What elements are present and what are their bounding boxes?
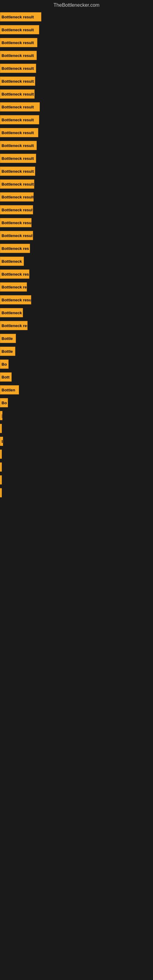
bar-label-26: Bottle (2, 336, 13, 341)
bar-label-3: Bottleneck result (2, 40, 33, 45)
bar-21: Bottleneck res (0, 269, 29, 279)
bar-35: | (0, 450, 2, 459)
bar-label-10: Bottleneck result (2, 130, 33, 135)
bar-row-20: Bottleneck (0, 255, 153, 268)
bar-38 (0, 488, 2, 497)
bar-row-19: Bottleneck res (0, 242, 153, 255)
bar-32: | (0, 411, 2, 420)
bar-19: Bottleneck res (0, 244, 30, 253)
bar-14: Bottleneck result (0, 180, 34, 189)
bar-row-37 (0, 474, 153, 486)
bars-container: Bottleneck resultBottleneck resultBottle… (0, 10, 153, 499)
bar-row-36 (0, 461, 153, 474)
bar-row-22: Bottleneck re (0, 280, 153, 293)
bar-row-38 (0, 486, 153, 499)
bar-label-27: Bottle (2, 349, 13, 354)
bar-label-34: B (2, 439, 3, 444)
bar-25: Bottleneck res (0, 321, 27, 330)
site-title: TheBottlenecker.com (0, 0, 153, 10)
bar-row-31: Bo (0, 396, 153, 409)
bar-row-29: Bott (0, 371, 153, 383)
bar-row-28: Bo (0, 358, 153, 371)
bar-7: Bottleneck result (0, 89, 35, 99)
bar-row-7: Bottleneck result (0, 88, 153, 100)
bar-9: Bottleneck result (0, 115, 39, 124)
bar-label-24: Bottleneck (2, 310, 22, 315)
bar-22: Bottleneck re (0, 282, 27, 291)
bar-label-31: Bo (2, 401, 7, 405)
bar-label-17: Bottleneck resu (2, 221, 32, 225)
bar-label-15: Bottleneck result (2, 195, 33, 199)
bar-row-27: Bottle (0, 345, 153, 358)
bar-row-6: Bottleneck result (0, 75, 153, 88)
bar-row-9: Bottleneck result (0, 113, 153, 126)
bar-label-11: Bottleneck result (2, 143, 33, 148)
bar-1: Bottleneck result (0, 12, 41, 21)
bar-20: Bottleneck (0, 257, 24, 266)
bar-label-35: | (2, 452, 2, 457)
bar-label-30: Bottlen (2, 388, 15, 392)
bar-label-9: Bottleneck result (2, 118, 33, 122)
bar-label-8: Bottleneck result (2, 105, 33, 109)
bar-label-25: Bottleneck res (2, 323, 27, 328)
bar-label-21: Bottleneck res (2, 272, 29, 277)
bar-row-25: Bottleneck res (0, 319, 153, 332)
bar-row-33 (0, 422, 153, 435)
bar-row-5: Bottleneck result (0, 62, 153, 75)
bar-row-17: Bottleneck resu (0, 216, 153, 229)
bar-29: Bott (0, 372, 12, 382)
bar-30: Bottlen (0, 385, 19, 395)
bar-row-26: Bottle (0, 332, 153, 345)
bar-label-32: | (2, 414, 2, 418)
bar-row-32: | (0, 409, 153, 422)
bar-18: Bottleneck result (0, 231, 33, 240)
bar-31: Bo (0, 398, 8, 407)
bar-label-18: Bottleneck result (2, 233, 33, 238)
bar-label-12: Bottleneck result (2, 156, 33, 161)
bar-label-22: Bottleneck re (2, 285, 27, 290)
bar-label-4: Bottleneck result (2, 53, 33, 58)
bar-label-23: Bottleneck resu (2, 298, 31, 302)
bar-row-24: Bottleneck (0, 306, 153, 319)
bar-10: Bottleneck result (0, 128, 38, 137)
bar-3: Bottleneck result (0, 38, 37, 47)
bar-label-13: Bottleneck result (2, 169, 33, 173)
bar-row-21: Bottleneck res (0, 268, 153, 280)
bar-15: Bottleneck result (0, 192, 33, 202)
bar-17: Bottleneck resu (0, 218, 32, 227)
bar-label-5: Bottleneck result (2, 66, 33, 71)
bar-label-7: Bottleneck result (2, 92, 33, 97)
bar-row-15: Bottleneck result (0, 191, 153, 204)
bar-row-13: Bottleneck result (0, 165, 153, 178)
bar-36 (0, 463, 2, 472)
bar-2: Bottleneck result (0, 25, 39, 34)
bar-label-14: Bottleneck result (2, 182, 33, 186)
bar-label-6: Bottleneck result (2, 79, 33, 84)
bar-13: Bottleneck result (0, 167, 35, 176)
bar-label-19: Bottleneck res (2, 246, 29, 251)
bar-label-29: Bott (2, 375, 10, 379)
bar-37 (0, 475, 2, 485)
bar-row-3: Bottleneck result (0, 36, 153, 49)
bar-label-28: Bo (2, 362, 7, 367)
bar-row-2: Bottleneck result (0, 23, 153, 36)
bar-label-16: Bottleneck result (2, 208, 33, 212)
bar-6: Bottleneck result (0, 76, 35, 86)
bar-row-30: Bottlen (0, 383, 153, 396)
bar-row-1: Bottleneck result (0, 10, 153, 23)
bar-27: Bottle (0, 347, 15, 356)
bar-row-12: Bottleneck result (0, 152, 153, 165)
bar-row-35: | (0, 448, 153, 461)
bar-16: Bottleneck result (0, 205, 33, 215)
bar-label-20: Bottleneck (2, 259, 22, 264)
bar-24: Bottleneck (0, 308, 23, 317)
bar-row-16: Bottleneck result (0, 204, 153, 216)
bar-row-14: Bottleneck result (0, 178, 153, 191)
bar-row-18: Bottleneck result (0, 229, 153, 242)
bar-row-11: Bottleneck result (0, 139, 153, 152)
bar-label-1: Bottleneck result (2, 15, 33, 19)
bar-28: Bo (0, 360, 9, 369)
bar-row-10: Bottleneck result (0, 126, 153, 139)
bar-5: Bottleneck result (0, 64, 36, 73)
bar-row-23: Bottleneck resu (0, 293, 153, 306)
